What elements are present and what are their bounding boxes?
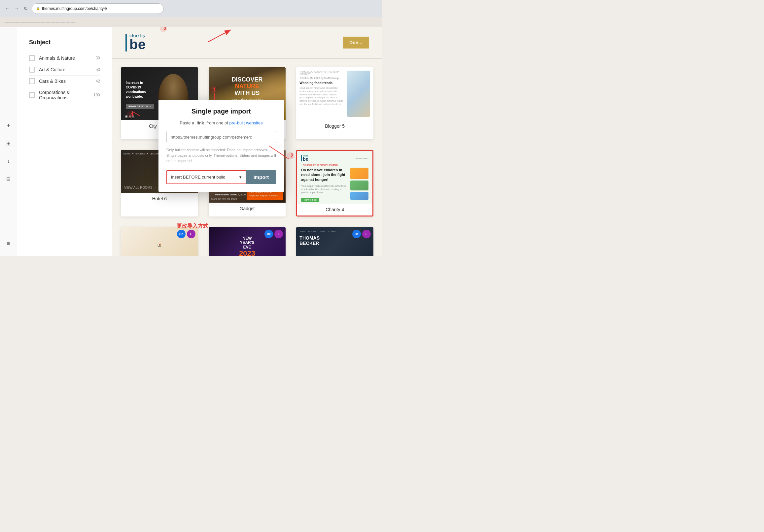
blogger-body: Et ad aenean himenaeos consectetur aucto… [299,87,344,106]
filter-art[interactable]: Art & Culture 53 [29,64,100,76]
badge-be-sushi: Be [177,230,186,238]
charity-thumb: charity be Discover Now ▾ The problem of… [297,151,372,204]
charity-be-text: be [303,157,308,161]
art-count: 53 [96,67,100,72]
grid-icon[interactable]: ⊞ [3,137,15,149]
template-becker[interactable]: Be E AboutProgramNewsContact THOMASBECKE… [296,227,373,256]
read-article-btn[interactable]: READ ARTICLE → [126,104,154,109]
template-charity-4[interactable]: Be E charity be Discover N [296,150,373,217]
modal-actions: Insert BEFORE current build ▾ Import [166,170,276,184]
lock-icon: 🔒 [36,7,40,10]
cars-count: 42 [96,79,100,84]
forward-button[interactable]: → [13,5,20,12]
url-input[interactable] [166,131,276,143]
charity-logo-mark: charity be [301,155,308,161]
modal-note: Only builder content will be imported. D… [166,147,276,164]
template-sushi[interactable]: Be E 🍱 [121,227,198,256]
donate-button[interactable]: Don... [343,37,369,49]
content-area: charity be Don... Be E [112,27,382,256]
becker-badges: Be E [352,230,371,238]
template-blogger-5[interactable]: HOME BLOG ABOUT PARTNERSHIP CONTACT Octo… [296,67,373,139]
city-hall-text: Increase inCOVID-19vaccinationsworldwide… [126,81,154,109]
charity-content-row: Do not leave children in need alone - jo… [301,168,368,202]
sidebar-icon-strip: + ⊞ ↕ ⊟ ≡ [0,27,17,256]
filter-panel: Subject Animals & Nature 30 Art & Cultur… [24,34,105,108]
layout-icon[interactable]: ⊟ [3,173,15,185]
corps-checkbox[interactable] [29,92,35,98]
address-bar[interactable]: 🔒 themes.muffingroup.com/be/charity4/ [32,3,164,14]
hotel-bg-text: VIEW ALL ROOMS → [124,186,157,189]
insert-before-button[interactable]: Insert BEFORE current build ▾ [166,170,246,184]
nye-year: 2023 [239,250,255,256]
blogger-date: October 25, 2023 by MuffinGroup [299,77,344,80]
charity-main-title: Do not leave children in need alone - jo… [301,168,348,182]
charity-desc: Your support makes a difference in the l… [301,184,348,194]
pre-built-link[interactable]: pre-built websites [230,120,263,125]
figure-3 [350,192,368,200]
charity-learn-btn[interactable]: learn to help [301,198,319,202]
discover-text: DISCOVER [231,77,263,83]
charity-logo: charity be [125,34,146,52]
dot-2: · [129,115,131,117]
back-button[interactable]: ← [4,5,11,12]
template-nye[interactable]: Be E NEWYEAR'SEVE 2023 [209,227,286,256]
animals-label: Animals & Nature [39,56,93,61]
with-us-text: WITH US [231,90,263,97]
toolbar-items: ── ── ── ── ── ── ── ── ── ── ── ── ── ─… [5,21,75,24]
blogger-name: Blogger 5 [296,120,373,132]
annotation-bar: ── ── ── ── ── ── ── ── ── ── ── ── ── ─… [0,17,382,27]
main-layout: + ⊞ ↕ ⊟ ≡ Subject Animals & Nature 30 Ar… [0,27,382,256]
template-row-3: Be E 🍱 Be E NEWYEAR'SEVE 2023 [117,224,377,256]
sushi-badges: Be E [177,230,195,238]
badge-e-nye: E [275,230,283,238]
art-label: Art & Culture [39,67,93,72]
animals-checkbox[interactable] [29,55,35,61]
nye-badges: Be E [265,230,283,238]
charity-wordmark-be: be [129,38,146,52]
url-text: themes.muffingroup.com/be/charity4/ [42,6,107,11]
charity-thumb-tagline: Discover Now ▾ [355,157,368,159]
cityhall-caption: Increase inCOVID-19vaccinationsworldwide… [126,81,154,99]
sort-icon[interactable]: ↕ [3,155,15,167]
blogger-text: HOME BLOG ABOUT PARTNERSHIP CONTACT Octo… [299,71,344,117]
blogger-title: Wedding food trends [299,81,344,85]
blogger-img [347,71,370,117]
filter-corps[interactable]: Corporations & Organizations 109 [29,87,100,103]
left-sidebar: + ⊞ ↕ ⊟ ≡ Subject Animals & Nature 30 Ar… [0,27,112,256]
charity-illustration [350,168,368,202]
nye-text: NEWYEAR'SEVE [240,236,254,250]
blogger-thumb: HOME BLOG ABOUT PARTNERSHIP CONTACT Octo… [296,67,373,120]
filter-animals[interactable]: Animals & Nature 30 [29,53,100,64]
divider [126,102,152,102]
animals-count: 30 [96,56,100,61]
cars-label: Cars & Bikes [39,79,93,84]
charity-name: Charity 4 [297,204,372,216]
modal-desc-text: Paste a link from one of [180,120,229,125]
subject-title: Subject [29,39,100,46]
refresh-button[interactable]: ↻ [22,5,29,12]
charity-text-col: Do not leave children in need alone - jo… [301,168,348,202]
filter-cars[interactable]: Cars & Bikes 42 [29,76,100,87]
badge-e-becker: E [362,230,371,238]
browser-chrome: ← → ↻ 🔒 themes.muffingroup.com/be/charit… [0,0,382,17]
import-button[interactable]: Import [246,170,276,184]
gadget-date: Premiere June 1, 2022 [215,193,246,196]
dropdown-chevron-icon: ▾ [239,175,242,180]
charity-thumb-header: charity be Discover Now ▾ [301,155,368,161]
art-checkbox[interactable] [29,67,35,73]
sushi-placeholder: 🍱 [157,244,161,247]
site-header: charity be Don... [112,27,382,59]
import-modal: Single page import Paste a link from one… [158,100,284,192]
dot-1: · [125,115,127,117]
charity-problem-text: The problem of hungry children [301,163,368,166]
gadget-footer: Stand out from the crowd [211,198,237,200]
gadget-name: Gadget [209,203,286,215]
cars-checkbox[interactable] [29,78,35,84]
badge-be-nye: Be [265,230,273,238]
layers-icon[interactable]: ≡ [3,238,15,250]
blogger-nav: HOME BLOG ABOUT PARTNERSHIP CONTACT [299,71,344,75]
badge-e-sushi: E [187,230,195,238]
figure-2 [350,181,368,190]
add-icon[interactable]: + [3,119,15,131]
modal-title: Single page import [166,107,276,115]
